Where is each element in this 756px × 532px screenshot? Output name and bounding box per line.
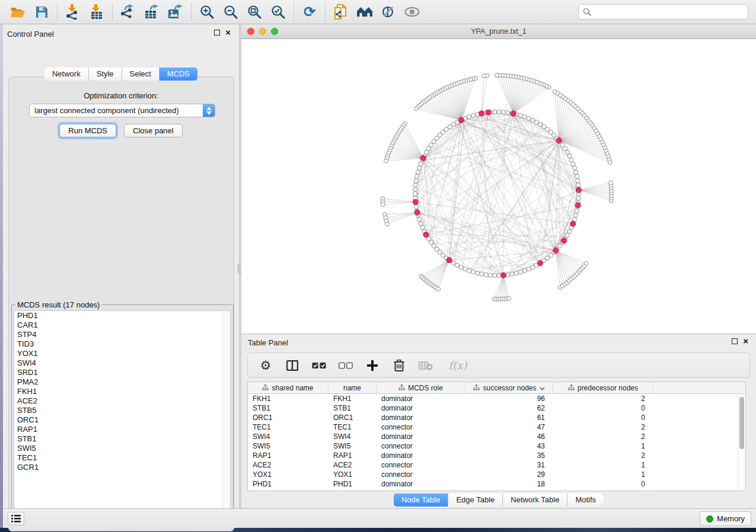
graph-node[interactable] bbox=[569, 158, 573, 162]
graph-node[interactable] bbox=[417, 166, 421, 170]
mcds-result-item[interactable]: STP4 bbox=[14, 330, 230, 339]
graph-node[interactable] bbox=[518, 270, 522, 274]
column-header-MCDS-role[interactable]: MCDS role bbox=[377, 382, 465, 393]
graph-node[interactable] bbox=[514, 271, 518, 275]
mcds-result-item[interactable]: RAP1 bbox=[14, 425, 230, 434]
table-row[interactable]: SWI4SWI4dominator462 bbox=[248, 432, 745, 441]
mcds-result-item[interactable]: TEC1 bbox=[14, 453, 230, 463]
memory-button[interactable]: Memory bbox=[700, 511, 751, 526]
table-row[interactable]: YOX1YOX1connector291 bbox=[248, 470, 745, 479]
hide-selected-icon[interactable] bbox=[377, 2, 400, 22]
graph-node[interactable] bbox=[501, 110, 505, 114]
graph-node[interactable] bbox=[493, 273, 497, 277]
show-columns-icon[interactable] bbox=[285, 358, 299, 373]
graph-node[interactable] bbox=[527, 116, 531, 120]
graph-node[interactable] bbox=[484, 273, 488, 277]
table-scrollbar[interactable] bbox=[738, 395, 745, 491]
graph-hub-node[interactable] bbox=[570, 221, 576, 226]
mcds-result-item[interactable]: ORC1 bbox=[14, 415, 230, 425]
graph-hub-node[interactable] bbox=[413, 199, 418, 204]
graph-node[interactable] bbox=[522, 268, 527, 273]
show-graphics-details-icon[interactable] bbox=[400, 2, 424, 22]
tab-network-table[interactable]: Network Table bbox=[503, 493, 567, 507]
tab-network[interactable]: Network bbox=[44, 68, 89, 81]
graph-node[interactable] bbox=[567, 229, 572, 233]
graph-node[interactable] bbox=[576, 183, 580, 187]
close-panel-icon[interactable]: × bbox=[225, 30, 231, 36]
float-table-panel-icon[interactable] bbox=[732, 338, 738, 344]
mcds-list-scrollbar[interactable] bbox=[222, 311, 230, 522]
graph-hub-node[interactable] bbox=[511, 111, 516, 116]
table-scrollbar-thumb[interactable] bbox=[739, 397, 744, 449]
tab-edge-table[interactable]: Edge Table bbox=[448, 493, 503, 507]
graph-node[interactable] bbox=[575, 209, 579, 213]
graph-node[interactable] bbox=[571, 162, 575, 166]
close-panel-button[interactable]: Close panel bbox=[124, 124, 183, 137]
graph-node[interactable] bbox=[510, 272, 514, 276]
graph-node[interactable] bbox=[576, 178, 580, 182]
graph-node[interactable] bbox=[522, 115, 527, 119]
delete-table-icon[interactable] bbox=[419, 358, 433, 373]
graph-node[interactable] bbox=[420, 225, 425, 229]
export-image-icon[interactable] bbox=[164, 2, 187, 22]
graph-node[interactable] bbox=[417, 217, 421, 222]
tab-mcds[interactable]: MCDS bbox=[160, 68, 197, 81]
refresh-icon[interactable]: ⟳ bbox=[298, 2, 321, 22]
mcds-result-item[interactable]: PHD1 bbox=[14, 311, 230, 321]
graph-hub-node[interactable] bbox=[562, 238, 567, 243]
graph-node[interactable] bbox=[584, 261, 588, 265]
column-header-predecessor-nodes[interactable]: predecessor nodes bbox=[553, 382, 653, 393]
mcds-result-list[interactable]: PHD1CAR1STP4TID3YOX1SWI4SRD1PMA2FKH1ACE2… bbox=[14, 310, 231, 523]
graph-node[interactable] bbox=[419, 162, 423, 166]
graph-node[interactable] bbox=[471, 113, 476, 117]
mcds-result-item[interactable]: TID3 bbox=[14, 339, 230, 349]
mcds-result-item[interactable]: CAR1 bbox=[14, 321, 230, 330]
graph-node[interactable] bbox=[476, 271, 480, 275]
graph-node[interactable] bbox=[385, 222, 390, 226]
graph-node[interactable] bbox=[506, 111, 510, 115]
graph-node[interactable] bbox=[482, 74, 486, 78]
close-table-panel-icon[interactable]: × bbox=[743, 338, 748, 344]
graph-node[interactable] bbox=[531, 118, 535, 122]
graph-node[interactable] bbox=[575, 174, 579, 178]
graph-hub-node[interactable] bbox=[575, 203, 580, 208]
graph-hub-node[interactable] bbox=[556, 138, 562, 143]
graph-node[interactable] bbox=[493, 110, 497, 114]
table-row[interactable]: FKH1FKH1dominator962 bbox=[248, 394, 745, 403]
graph-node[interactable] bbox=[576, 196, 580, 200]
table-row[interactable]: SWI5SWI5connector431 bbox=[248, 441, 745, 451]
tab-node-table[interactable]: Node Table bbox=[394, 493, 449, 507]
graph-node[interactable] bbox=[415, 174, 419, 178]
network-window-titlebar[interactable]: YPA_prune.txt_1 bbox=[241, 24, 756, 39]
save-session-icon[interactable] bbox=[30, 2, 53, 22]
graph-node[interactable] bbox=[463, 267, 467, 271]
graph-node[interactable] bbox=[384, 159, 388, 163]
table-row[interactable]: PHD1PHD1dominator180 bbox=[248, 479, 745, 489]
graph-hub-node[interactable] bbox=[501, 273, 506, 278]
import-table-icon[interactable] bbox=[85, 2, 109, 22]
graph-node[interactable] bbox=[381, 203, 385, 207]
add-column-icon[interactable] bbox=[365, 358, 379, 373]
zoom-selected-icon[interactable] bbox=[266, 2, 290, 22]
search-input[interactable] bbox=[591, 8, 744, 17]
tab-motifs[interactable]: Motifs bbox=[567, 493, 604, 507]
import-network-icon[interactable] bbox=[61, 2, 85, 22]
network-graph[interactable] bbox=[241, 39, 756, 334]
delete-column-icon[interactable] bbox=[392, 358, 406, 373]
mcds-result-item[interactable]: FKH1 bbox=[14, 387, 230, 396]
graph-hub-node[interactable] bbox=[446, 258, 452, 263]
table-row[interactable]: TEC1TEC1connector472 bbox=[248, 422, 745, 432]
mcds-result-item[interactable]: SWI4 bbox=[14, 358, 230, 368]
mcds-result-item[interactable]: STB1 bbox=[14, 434, 230, 444]
export-network-icon[interactable] bbox=[116, 2, 140, 22]
graph-hub-node[interactable] bbox=[423, 232, 429, 238]
graph-node[interactable] bbox=[488, 273, 492, 277]
optimization-criterion-dropdown[interactable]: largest connected component (undirected) bbox=[29, 104, 215, 117]
show-panels-list-button[interactable] bbox=[8, 512, 24, 525]
graph-node[interactable] bbox=[416, 170, 420, 174]
table-row[interactable]: RAP1RAP1dominator352 bbox=[248, 451, 745, 460]
graph-node[interactable] bbox=[553, 89, 557, 94]
graph-node[interactable] bbox=[574, 213, 578, 217]
graph-node[interactable] bbox=[413, 191, 417, 196]
network-file-icon[interactable] bbox=[329, 2, 353, 22]
